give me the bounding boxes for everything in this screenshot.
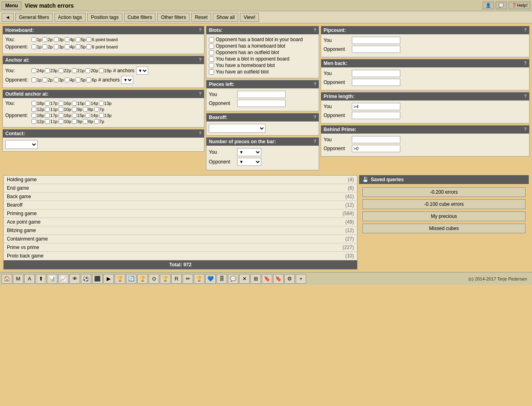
- footer-bookmark2-icon[interactable]: 🔖: [273, 274, 284, 284]
- anchor-you-23p[interactable]: [45, 68, 50, 73]
- anchor-opp-2p[interactable]: [42, 77, 47, 82]
- footer-grid-icon[interactable]: ⊞: [250, 274, 261, 284]
- cb-you-1p-input[interactable]: [32, 37, 36, 42]
- of-opp-11p[interactable]: [45, 119, 50, 124]
- of-opp-15p[interactable]: [72, 113, 77, 118]
- anchor-opp-3p[interactable]: [54, 77, 59, 82]
- blots-help[interactable]: ?: [313, 27, 316, 33]
- footer-edit-icon[interactable]: ✏: [183, 274, 193, 284]
- of-opp-8p[interactable]: [83, 119, 88, 124]
- pip-you-input[interactable]: [352, 37, 400, 44]
- position-tags-button[interactable]: Position tags: [87, 13, 122, 22]
- of-you-14p[interactable]: [85, 101, 90, 106]
- men-back-help[interactable]: ?: [524, 61, 527, 66]
- of-opp-10p[interactable]: [59, 119, 63, 124]
- footer-heart-icon[interactable]: 💙: [205, 274, 216, 284]
- blot-cb-0[interactable]: [209, 37, 214, 42]
- blot-cb-1[interactable]: [209, 44, 214, 49]
- footer-chat-icon[interactable]: 💬: [228, 274, 238, 284]
- footer-x-icon[interactable]: ✕: [239, 274, 250, 284]
- outfield-help[interactable]: ?: [199, 91, 202, 97]
- footer-m-icon[interactable]: M: [13, 274, 23, 284]
- user-icon-btn[interactable]: 👤: [483, 2, 494, 9]
- prime-opp-input[interactable]: [352, 112, 400, 119]
- game-item-6[interactable]: Blitzing game (12): [4, 226, 357, 235]
- sq-btn-3[interactable]: Missed cubes: [362, 224, 526, 233]
- footer-home-icon[interactable]: 🏠: [2, 274, 12, 284]
- blot-cb-2[interactable]: [209, 50, 214, 55]
- footer-a-icon[interactable]: A: [24, 274, 35, 284]
- bar-opp-select[interactable]: ▼: [237, 158, 261, 166]
- game-item-5[interactable]: Ace point game (49): [4, 218, 357, 226]
- cb-opp-2p-input[interactable]: [42, 44, 47, 49]
- footer-refresh-icon[interactable]: 🔄: [126, 274, 137, 284]
- of-you-18p[interactable]: [32, 101, 36, 106]
- anchor-you-24p[interactable]: [32, 68, 36, 73]
- bar-you-select[interactable]: ▼: [237, 148, 261, 156]
- of-opp-14p[interactable]: [85, 113, 90, 118]
- footer-play-icon[interactable]: ▶: [103, 274, 114, 284]
- footer-trophy4-icon[interactable]: 🏆: [194, 274, 204, 284]
- game-item-3[interactable]: Bearoff (12): [4, 201, 357, 209]
- cb-you-6pb-input[interactable]: [86, 37, 91, 42]
- menu-button[interactable]: Menu: [2, 2, 21, 10]
- of-you-15p[interactable]: [72, 101, 77, 106]
- anchor-help[interactable]: ?: [199, 57, 202, 63]
- anchor-opp-5p[interactable]: [76, 77, 80, 82]
- of-you-8p[interactable]: [83, 107, 88, 112]
- of-opp-17p[interactable]: [45, 113, 50, 118]
- of-you-11p[interactable]: [45, 107, 50, 112]
- cb-you-5p-input[interactable]: [76, 37, 80, 42]
- footer-upload-icon[interactable]: ⬆: [36, 274, 46, 284]
- anchor-opp-select[interactable]: ▼: [121, 76, 133, 84]
- footer-trophy-icon[interactable]: 🏆: [115, 274, 125, 284]
- help-icon-btn[interactable]: ❓Help!: [509, 2, 530, 9]
- bearoff-help[interactable]: ?: [313, 115, 316, 120]
- game-item-8[interactable]: Prime vs prime (227): [4, 243, 357, 252]
- cb-opp-4p-input[interactable]: [65, 44, 69, 49]
- of-you-10p[interactable]: [59, 107, 63, 112]
- game-item-2[interactable]: Back game (41): [4, 193, 357, 201]
- cube-filters-button[interactable]: Cube filters: [124, 13, 156, 22]
- game-item-9[interactable]: Proto back game (10): [4, 252, 357, 260]
- footer-chart-icon[interactable]: 📊: [47, 274, 57, 284]
- sq-btn-0[interactable]: -0.200 errors: [362, 187, 526, 197]
- pieces-left-help[interactable]: ?: [313, 82, 316, 87]
- footer-square-icon[interactable]: ⬛: [92, 274, 103, 284]
- pip-opp-input[interactable]: [352, 46, 400, 53]
- cb-opp-5p-input[interactable]: [76, 44, 80, 49]
- contact-select[interactable]: [5, 140, 38, 149]
- blot-cb-3[interactable]: [209, 57, 214, 62]
- anchor-you-20p[interactable]: [85, 68, 90, 73]
- anchor-you-22p[interactable]: [59, 68, 63, 73]
- bp-opp-input[interactable]: [352, 145, 400, 152]
- game-item-1[interactable]: End game (6): [4, 184, 357, 193]
- cb-opp-1p-input[interactable]: [32, 44, 36, 49]
- other-filters-button[interactable]: Other filters: [157, 13, 189, 22]
- footer-trophy2-icon[interactable]: 🏆: [137, 274, 148, 284]
- view-button[interactable]: View!: [240, 13, 259, 22]
- of-you-16p[interactable]: [59, 101, 63, 106]
- cb-opp-6pb-input[interactable]: [86, 44, 91, 49]
- pipcount-help[interactable]: ?: [524, 27, 527, 33]
- blot-cb-4[interactable]: [209, 63, 214, 68]
- men-you-input[interactable]: [352, 70, 400, 77]
- of-opp-9p[interactable]: [72, 119, 77, 124]
- of-opp-16p[interactable]: [59, 113, 63, 118]
- prime-length-help[interactable]: ?: [524, 94, 527, 99]
- game-item-4[interactable]: Priming game (584): [4, 209, 357, 218]
- back-button[interactable]: ◄: [2, 13, 14, 22]
- of-opp-13p[interactable]: [99, 113, 104, 118]
- contact-help[interactable]: ?: [199, 131, 202, 136]
- of-you-9p[interactable]: [72, 107, 77, 112]
- footer-graph-icon[interactable]: 📈: [58, 274, 69, 284]
- footer-plus-icon[interactable]: +: [296, 274, 306, 284]
- footer-bookmark-icon[interactable]: 🔖: [262, 274, 272, 284]
- footer-trophy3-icon[interactable]: 🏆: [160, 274, 170, 284]
- chat-icon-btn[interactable]: 💬: [496, 2, 507, 9]
- pieces-opp-input[interactable]: [237, 100, 286, 107]
- anchor-you-19p[interactable]: [99, 68, 104, 73]
- action-tags-button[interactable]: Action tags: [55, 13, 86, 22]
- cb-opp-3p-input[interactable]: [54, 44, 59, 49]
- footer-r-icon[interactable]: R: [171, 274, 182, 284]
